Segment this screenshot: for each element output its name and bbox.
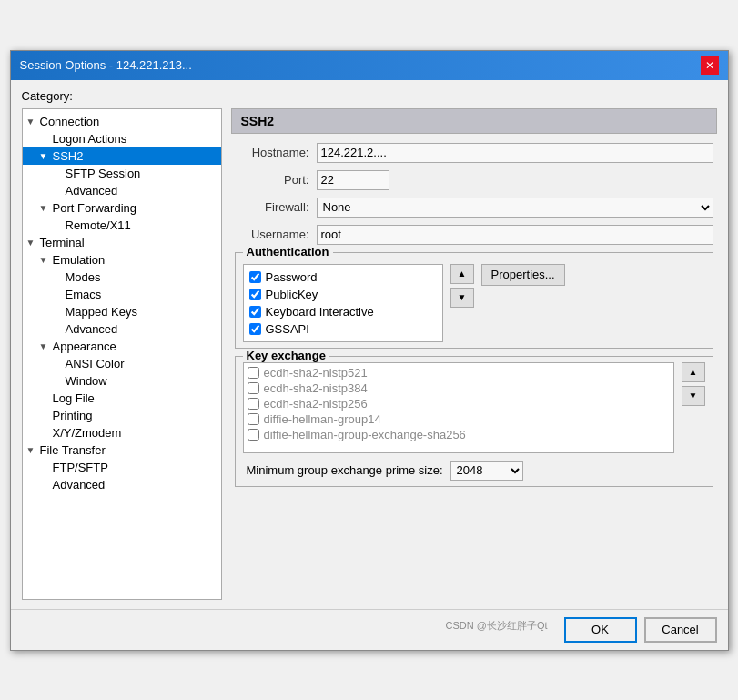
tree-label-remote-x11: Remote/X11: [66, 218, 131, 232]
firewall-select[interactable]: None: [317, 198, 713, 218]
auth-list: PasswordPublicKeyKeyboard InteractiveGSS…: [243, 264, 443, 342]
properties-button[interactable]: Properties...: [481, 264, 565, 286]
port-row: Port:: [231, 170, 717, 190]
auth-item: Keyboard Interactive: [248, 303, 439, 320]
tree-label-ansi-color: ANSI Color: [66, 357, 125, 370]
tree-panel: ▼ConnectionLogon Actions▼SSH2SFTP Sessio…: [22, 108, 222, 600]
tree-item-ssh2[interactable]: ▼SSH2: [23, 147, 221, 165]
ke-checkbox[interactable]: [248, 367, 259, 379]
authentication-group: Authentication PasswordPublicKeyKeyboard…: [235, 252, 713, 349]
auth-checkbox[interactable]: [249, 271, 261, 283]
tree-label-advanced-term: Advanced: [66, 322, 118, 336]
ke-item-label: ecdh-sha2-nistp384: [264, 381, 368, 395]
auth-item: Password: [248, 269, 439, 286]
tree-item-sftp-session[interactable]: SFTP Session: [23, 165, 221, 182]
tree-label-logon-actions: Logon Actions: [53, 132, 127, 146]
dialog-body: Category: ▼ConnectionLogon Actions▼SSH2S…: [11, 80, 728, 609]
auth-item-label: Keyboard Interactive: [266, 305, 374, 319]
title-bar: Session Options - 124.221.213... ✕: [11, 51, 728, 80]
tree-item-emulation[interactable]: ▼Emulation: [23, 251, 221, 269]
port-input[interactable]: [317, 170, 389, 190]
tree-label-advanced-conn: Advanced: [66, 184, 118, 198]
auth-item-label: PublicKey: [266, 288, 318, 301]
session-options-dialog: Session Options - 124.221.213... ✕ Categ…: [10, 50, 729, 651]
dialog-title: Session Options - 124.221.213...: [20, 58, 192, 72]
tree-label-sftp-session: SFTP Session: [66, 167, 141, 180]
tree-item-mapped-keys[interactable]: Mapped Keys: [23, 303, 221, 320]
auth-arrow-buttons: ▲ ▼: [450, 264, 474, 308]
firewall-label: Firewall:: [235, 200, 317, 214]
ke-checkbox[interactable]: [248, 382, 259, 394]
ke-item-label: diffie-hellman-group14: [264, 412, 381, 426]
ke-up-button[interactable]: ▲: [682, 362, 705, 382]
tree-label-advanced-ft: Advanced: [53, 478, 106, 492]
username-label: Username:: [235, 228, 317, 241]
port-label: Port:: [235, 173, 317, 187]
min-group-select[interactable]: 102420484096: [450, 461, 523, 481]
tree-item-remote-x11[interactable]: Remote/X11: [23, 217, 221, 234]
cancel-button[interactable]: Cancel: [644, 617, 717, 643]
tree-label-port-forwarding: Port Forwarding: [53, 201, 136, 215]
authentication-title: Authentication: [243, 245, 333, 259]
dialog-footer: CSDN @长沙红胖子Qt OK Cancel: [11, 609, 728, 650]
tree-label-connection: Connection: [40, 115, 100, 128]
tree-item-xy-zmodem[interactable]: X/Y/Zmodem: [23, 424, 221, 441]
auth-checkbox[interactable]: [249, 323, 261, 335]
tree-item-window[interactable]: Window: [23, 372, 221, 390]
right-panel: SSH2 Hostname: Port: Firewall: None: [231, 108, 717, 600]
tree-label-file-transfer: File Transfer: [40, 443, 106, 457]
tree-label-log-file: Log File: [53, 391, 95, 405]
tree-item-logon-actions[interactable]: Logon Actions: [23, 130, 221, 147]
tree-label-terminal: Terminal: [40, 236, 85, 249]
tree-item-appearance[interactable]: ▼Appearance: [23, 338, 221, 355]
ke-buttons: ▲ ▼: [682, 362, 705, 453]
tree-label-mapped-keys: Mapped Keys: [66, 305, 138, 319]
watermark: CSDN @长沙红胖子Qt: [436, 617, 556, 643]
tree-item-port-forwarding[interactable]: ▼Port Forwarding: [23, 199, 221, 217]
tree-label-printing: Printing: [53, 409, 93, 422]
category-label: Category:: [22, 89, 717, 103]
ke-item: diffie-hellman-group-exchange-sha256: [246, 427, 672, 442]
ke-item-label: ecdh-sha2-nistp521: [264, 366, 368, 380]
tree-item-advanced-conn[interactable]: Advanced: [23, 182, 221, 199]
ke-checkbox[interactable]: [248, 413, 259, 425]
tree-item-ansi-color[interactable]: ANSI Color: [23, 355, 221, 372]
auth-item-label: Password: [266, 270, 318, 284]
ke-item-label: ecdh-sha2-nistp256: [264, 397, 368, 411]
tree-item-advanced-ft[interactable]: Advanced: [23, 476, 221, 493]
close-button[interactable]: ✕: [701, 56, 719, 75]
tree-item-terminal[interactable]: ▼Terminal: [23, 234, 221, 251]
tree-item-modes[interactable]: Modes: [23, 269, 221, 286]
auth-down-button[interactable]: ▼: [450, 288, 474, 308]
content-area: ▼ConnectionLogon Actions▼SSH2SFTP Sessio…: [22, 108, 717, 600]
section-header: SSH2: [231, 108, 717, 134]
min-group-row: Minimum group exchange prime size: 10242…: [243, 461, 705, 481]
auth-item-label: GSSAPI: [266, 322, 309, 336]
hostname-input[interactable]: [317, 143, 713, 163]
tree-item-printing[interactable]: Printing: [23, 407, 221, 424]
ke-checkbox[interactable]: [248, 398, 259, 410]
auth-checkbox[interactable]: [249, 306, 261, 318]
ke-list-row: ecdh-sha2-nistp521ecdh-sha2-nistp384ecdh…: [243, 362, 705, 453]
ke-item: diffie-hellman-group14: [246, 411, 672, 427]
tree-item-emacs[interactable]: Emacs: [23, 286, 221, 303]
tree-item-connection[interactable]: ▼Connection: [23, 113, 221, 130]
firewall-row: Firewall: None: [231, 198, 717, 218]
tree-item-advanced-term[interactable]: Advanced: [23, 320, 221, 338]
key-exchange-title: Key exchange: [243, 349, 329, 362]
tree-item-log-file[interactable]: Log File: [23, 390, 221, 407]
ke-down-button[interactable]: ▼: [682, 386, 705, 406]
username-input[interactable]: [317, 225, 713, 245]
auth-item: GSSAPI: [248, 320, 439, 338]
tree-label-emacs: Emacs: [66, 288, 102, 301]
auth-checkbox[interactable]: [249, 289, 261, 300]
tree-item-ftp-sftp[interactable]: FTP/SFTP: [23, 459, 221, 476]
tree-item-file-transfer[interactable]: ▼File Transfer: [23, 441, 221, 459]
tree-label-appearance: Appearance: [53, 340, 116, 353]
ke-item: ecdh-sha2-nistp384: [246, 380, 672, 396]
auth-up-button[interactable]: ▲: [450, 264, 474, 284]
ke-item: ecdh-sha2-nistp256: [246, 396, 672, 411]
ok-button[interactable]: OK: [564, 617, 637, 643]
ke-checkbox[interactable]: [248, 429, 259, 441]
tree-label-emulation: Emulation: [53, 253, 106, 267]
